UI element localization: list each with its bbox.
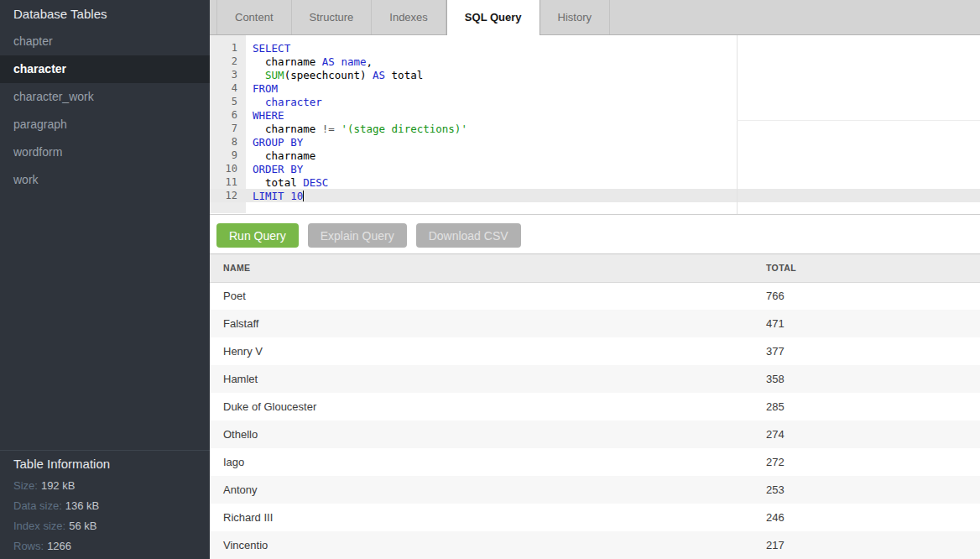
tab-structure[interactable]: Structure <box>292 0 373 34</box>
token-keyword: AS <box>322 55 335 68</box>
result-cell-total: 246 <box>766 504 980 531</box>
editor-line-12: 12LIMIT 10 <box>210 189 980 202</box>
table-info-value: 1266 <box>47 540 71 552</box>
line-number: 5 <box>210 96 246 107</box>
tab-bar: ContentStructureIndexesSQL QueryHistory <box>210 0 980 35</box>
table-info-rows: Size:192 kBData size:136 kBIndex size:56… <box>13 476 196 556</box>
table-info-value: 56 kB <box>69 520 96 532</box>
token-plain: charname <box>253 123 322 135</box>
token-plain <box>253 96 265 108</box>
token-keyword: DESC <box>303 176 328 189</box>
tab-sql-query[interactable]: SQL Query <box>446 0 540 35</box>
line-code: GROUP BY <box>246 136 303 149</box>
result-row: Othello274 <box>210 421 980 448</box>
token-keyword: AS <box>373 69 385 81</box>
tab-indexes[interactable]: Indexes <box>372 0 446 34</box>
sidebar-item-work[interactable]: work <box>0 166 210 194</box>
result-cell-total: 377 <box>766 337 980 365</box>
result-row: Falstaff471 <box>210 310 980 337</box>
result-row: Antony253 <box>210 476 980 504</box>
sidebar-item-chapter[interactable]: chapter <box>0 28 210 55</box>
line-code: charname != '(stage directions)' <box>246 123 467 135</box>
token-string: '(stage directions)' <box>341 123 467 135</box>
sidebar-item-character[interactable]: character <box>0 55 210 83</box>
token-plain: , <box>367 55 373 68</box>
line-code: charname <box>246 149 315 162</box>
editor-line-5: 5 character <box>210 95 980 108</box>
result-cell-name: Hamlet <box>210 365 766 393</box>
line-number: 3 <box>210 69 246 81</box>
sidebar-item-paragraph[interactable]: paragraph <box>0 111 210 138</box>
tab-content[interactable]: Content <box>216 0 292 34</box>
column-header-total: TOTAL <box>766 254 980 282</box>
token-keyword: name <box>341 55 366 68</box>
text-cursor <box>303 191 304 201</box>
result-cell-name: Henry V <box>210 337 766 365</box>
result-cell-total: 217 <box>766 531 980 559</box>
token-keyword: ORDER BY <box>253 163 303 175</box>
editor-line-1: 1SELECT <box>210 41 980 55</box>
download-csv-button[interactable]: Download CSV <box>416 223 521 248</box>
results-body: Poet766Falstaff471Henry V377Hamlet358Duk… <box>210 282 980 559</box>
line-code: character <box>246 96 322 108</box>
result-row: Iago272 <box>210 448 980 476</box>
table-info-label: Data size: <box>13 499 62 512</box>
app: Database Tables chaptercharactercharacte… <box>0 0 980 559</box>
run-query-button[interactable]: Run Query <box>216 223 299 248</box>
token-plain: total <box>385 69 423 81</box>
explain-query-button[interactable]: Explain Query <box>308 223 407 248</box>
result-cell-total: 272 <box>766 448 980 476</box>
table-info-row: Index size:56 kB <box>13 516 196 536</box>
result-cell-name: Vincentio <box>210 531 766 559</box>
line-code: FROM <box>246 82 278 95</box>
results-table: NAME TOTAL Poet766Falstaff471Henry V377H… <box>210 254 980 559</box>
editor-vertical-divider <box>737 35 738 214</box>
token-keyword: GROUP BY <box>253 136 303 149</box>
line-number: 1 <box>210 42 246 54</box>
editor-line-3: 3 SUM(speechcount) AS total <box>210 68 980 81</box>
token-keyword: SELECT <box>253 42 290 55</box>
line-code: charname AS name, <box>246 55 373 68</box>
token-operator: != <box>322 123 335 135</box>
sidebar-item-wordform[interactable]: wordform <box>0 138 210 166</box>
line-code: total DESC <box>246 176 328 189</box>
line-code: WHERE <box>246 109 284 122</box>
query-toolbar: Run Query Explain Query Download CSV <box>210 215 980 254</box>
editor-horizontal-divider <box>737 120 980 121</box>
editor-line-4: 4FROM <box>210 81 980 95</box>
token-keyword: character <box>265 96 322 108</box>
line-number: 11 <box>210 176 246 188</box>
line-number: 2 <box>210 55 246 67</box>
line-number: 8 <box>210 136 246 148</box>
line-code: LIMIT 10 <box>246 190 304 202</box>
editor-line-9: 9 charname <box>210 149 980 162</box>
token-builtin: SUM <box>265 69 284 81</box>
result-cell-total: 471 <box>766 310 980 337</box>
result-cell-name: Richard III <box>210 504 766 531</box>
table-info-title: Table Information <box>13 456 196 473</box>
line-number: 9 <box>210 149 246 161</box>
token-keyword: FROM <box>253 82 278 95</box>
table-info-label: Size: <box>13 479 38 492</box>
result-cell-name: Othello <box>210 421 766 448</box>
result-cell-name: Antony <box>210 476 766 504</box>
table-info-value: 136 kB <box>65 499 99 512</box>
table-list: chaptercharactercharacter_workparagraphw… <box>0 28 210 194</box>
result-cell-total: 253 <box>766 476 980 504</box>
main-panel: ContentStructureIndexesSQL QueryHistory … <box>210 0 980 559</box>
table-info-label: Index size: <box>13 520 65 532</box>
result-cell-name: Duke of Gloucester <box>210 393 766 421</box>
tab-history[interactable]: History <box>540 0 610 34</box>
token-plain: charname <box>253 55 322 68</box>
result-cell-total: 285 <box>766 393 980 421</box>
table-info-row: Size:192 kB <box>13 476 196 496</box>
sql-editor[interactable]: 1SELECT2 charname AS name,3 SUM(speechco… <box>210 35 980 215</box>
editor-lines: 1SELECT2 charname AS name,3 SUM(speechco… <box>210 35 980 202</box>
results-header: NAME TOTAL <box>210 254 980 282</box>
sidebar-item-character_work[interactable]: character_work <box>0 83 210 111</box>
result-cell-name: Poet <box>210 282 766 310</box>
result-cell-total: 358 <box>766 365 980 393</box>
result-row: Henry V377 <box>210 337 980 365</box>
table-info-label: Rows: <box>13 540 44 552</box>
token-plain: (speechcount) <box>284 69 373 81</box>
